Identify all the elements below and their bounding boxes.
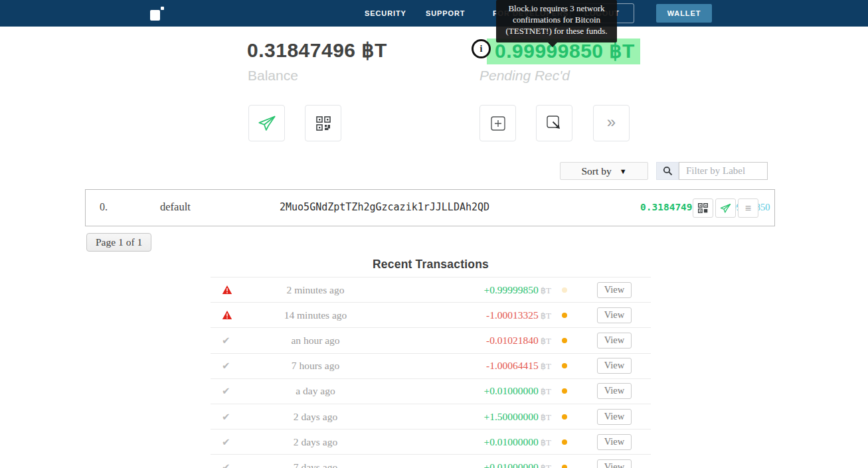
block-io-logo[interactable] (150, 6, 164, 21)
transaction-row: 2 minutes ago +0.99999850฿T View (211, 277, 651, 302)
status-cell: ✔ (211, 335, 244, 347)
send-button[interactable] (248, 105, 285, 141)
double-chevron-icon: » (607, 114, 616, 133)
search-button[interactable] (656, 162, 679, 180)
balance-currency: ฿T (361, 39, 387, 61)
transaction-amount: -0.01021840฿T (387, 335, 551, 347)
logo-square (150, 10, 160, 21)
address-label: default (160, 200, 191, 214)
nav-link-support[interactable]: SUPPORT (426, 9, 465, 17)
info-glyph: i (480, 44, 483, 54)
search-icon (663, 166, 673, 176)
nav-link-security[interactable]: SECURITY (365, 9, 406, 17)
check-icon: ✔ (222, 461, 230, 468)
view-transaction-button[interactable]: View (597, 383, 632, 399)
transaction-row: ✔ a day ago +0.01000000฿T View (211, 378, 651, 404)
top-nav-bar: SECURITY SUPPORT FOR DEVELOPERS LOGOUT W… (0, 0, 868, 27)
transaction-row: ✔ 2 days ago +0.01000000฿T View (211, 429, 651, 454)
balance-amount: 0.31847496 ฿T (247, 39, 387, 62)
filter-by-label-input[interactable] (679, 162, 768, 180)
view-transaction-button[interactable]: View (597, 307, 632, 323)
confirmation-cell (551, 414, 578, 420)
status-cell (211, 310, 244, 320)
check-icon: ✔ (222, 385, 230, 397)
pending-info-icon[interactable]: i (472, 39, 491, 58)
square-arrow-out-icon (546, 115, 563, 131)
address-value: 2Muo5GNdZptTZh2gGzcazik1rJJLLDAh2QD (280, 201, 489, 213)
tooltip-text: Block.io requires 3 network confirmation… (505, 3, 607, 36)
transaction-time: 2 minutes ago (244, 284, 387, 296)
address-index: 0. (100, 201, 108, 213)
status-cell: ✔ (211, 360, 244, 372)
transaction-time: 7 hours ago (244, 360, 387, 372)
balance-number: 0.31847496 (247, 39, 356, 61)
transaction-row: ✔ 7 hours ago -1.00064415฿T View (211, 353, 651, 378)
confirmed-ring-icon (562, 414, 567, 420)
view-transaction-button[interactable]: View (597, 409, 632, 425)
check-icon: ✔ (222, 360, 230, 372)
confirmation-cell (551, 338, 578, 343)
transaction-amount: -1.00064415฿T (387, 360, 551, 372)
confirmation-cell (551, 363, 578, 368)
confirmation-cell (551, 313, 578, 318)
qr-code-button[interactable] (305, 105, 341, 141)
status-cell: ✔ (211, 385, 244, 397)
confirmed-ring-icon (562, 388, 567, 394)
pending-currency: ฿T (609, 40, 634, 62)
confirmed-ring-icon (562, 313, 567, 318)
status-cell: ✔ (211, 461, 244, 468)
transactions-table: 2 minutes ago +0.99999850฿T View 14 minu… (211, 277, 651, 468)
transaction-amount: +0.01000000฿T (387, 436, 551, 448)
sort-by-button[interactable]: Sort by ▼ (560, 162, 648, 180)
transaction-time: 7 days ago (244, 461, 387, 468)
transaction-amount: +0.01000000฿T (387, 385, 551, 397)
pending-ring-icon (562, 287, 567, 293)
view-transaction-button[interactable]: View (597, 282, 632, 298)
confirmed-ring-icon (562, 363, 567, 368)
view-transaction-button[interactable]: View (597, 459, 632, 468)
check-icon: ✔ (222, 411, 230, 423)
wallet-button[interactable]: WALLET (656, 4, 712, 23)
pending-label: Pending Rec'd (479, 68, 570, 84)
transaction-amount: +1.50000000฿T (387, 411, 551, 423)
address-menu-button[interactable]: ≡ (738, 198, 758, 218)
check-icon: ✔ (222, 335, 230, 347)
transaction-row: ✔ 2 days ago +1.50000000฿T View (211, 404, 651, 429)
pending-amount: 0.99999850 ฿T (487, 39, 640, 64)
status-cell: ✔ (211, 436, 244, 448)
transaction-amount: -1.00013325฿T (387, 309, 551, 321)
view-transaction-button[interactable]: View (597, 434, 632, 450)
more-actions-button[interactable]: » (593, 105, 630, 141)
status-cell: ✔ (211, 411, 244, 423)
withdraw-button[interactable] (536, 105, 572, 141)
hamburger-icon: ≡ (745, 203, 751, 214)
address-actions: ≡ (693, 198, 758, 218)
transaction-time: 14 minutes ago (244, 309, 387, 321)
transaction-amount: +0.99999850฿T (387, 284, 551, 296)
transaction-row: ✔ 7 days ago +0.01000000฿T View (211, 454, 651, 468)
transaction-amount: +0.01000000฿T (387, 461, 551, 468)
sort-by-label: Sort by (581, 165, 611, 177)
view-transaction-button[interactable]: View (597, 358, 632, 374)
qr-code-icon (316, 116, 331, 131)
address-qr-button[interactable] (693, 198, 713, 218)
check-icon: ✔ (222, 436, 230, 448)
add-address-button[interactable] (479, 105, 516, 141)
address-send-button[interactable] (715, 198, 736, 218)
warning-icon (222, 310, 232, 320)
confirmation-cell (551, 287, 578, 293)
transaction-time: a day ago (244, 385, 387, 397)
caret-down-icon: ▼ (620, 167, 627, 175)
transaction-row: ✔ an hour ago -0.01021840฿T View (211, 327, 651, 352)
warning-icon (222, 285, 232, 295)
pagination-button[interactable]: Page 1 of 1 (86, 233, 151, 252)
status-cell (211, 285, 244, 295)
recent-transactions-title: Recent Transactions (211, 258, 651, 272)
confirmation-cell (551, 465, 578, 468)
view-transaction-button[interactable]: View (597, 333, 632, 349)
qr-code-icon (698, 203, 708, 213)
transaction-time: an hour ago (244, 335, 387, 347)
confirmation-cell (551, 388, 578, 394)
transaction-time: 2 days ago (244, 436, 387, 448)
transaction-time: 2 days ago (244, 411, 387, 423)
